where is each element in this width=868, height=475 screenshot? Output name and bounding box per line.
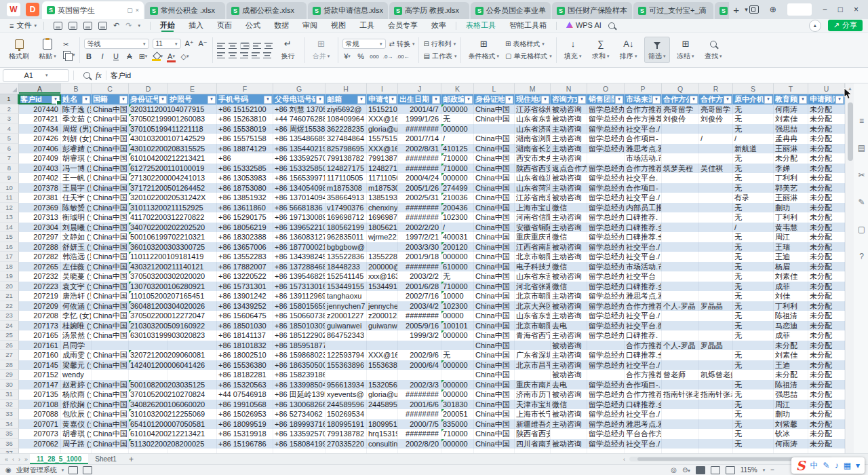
cell-L13[interactable]: China中国 (474, 212, 515, 223)
align-right-icon[interactable] (240, 52, 248, 58)
cell-D25[interactable]: 630103199903020823 (129, 330, 168, 341)
cell-T6[interactable]: 王丽淋 (774, 144, 808, 154)
cell-A22[interactable]: 207209 (19, 301, 61, 311)
prev-sheet-icon[interactable]: ‹ (10, 456, 16, 463)
row-header-36[interactable]: 36 (0, 439, 19, 449)
share-button[interactable]: ↗分享 (828, 20, 863, 31)
cell-R21[interactable] (699, 291, 733, 301)
cell-L16[interactable]: China中国 (474, 242, 515, 252)
cell-M25[interactable]: 青海省西宁 (515, 330, 551, 341)
cell-P11[interactable]: 社交平台./ (625, 193, 662, 203)
cell-N2[interactable]: 被动咨询 (551, 104, 587, 115)
cell-C18[interactable]: China中国 (92, 262, 129, 272)
cell-M9[interactable]: 山东省临沂 (515, 173, 551, 183)
cell-R25[interactable] (699, 330, 733, 341)
select-all-corner[interactable] (0, 83, 19, 94)
col-header-D[interactable]: D (129, 83, 168, 94)
cell-A30[interactable]: 207147 (19, 380, 61, 390)
cell-A11[interactable]: 207381 (19, 193, 61, 203)
align-middle-icon[interactable] (229, 43, 237, 49)
cell-I33[interactable] (367, 409, 398, 419)
cell-R30[interactable] (699, 380, 733, 390)
cell-H31[interactable]: xyevents@ (326, 390, 367, 400)
cell-P8[interactable]: 合作方推荐 (625, 164, 662, 174)
cell-D17[interactable]: 110112200109181419 (129, 252, 168, 262)
cell-L8[interactable]: China中国 (474, 164, 515, 174)
cell-Q16[interactable] (662, 242, 699, 252)
cell-L34[interactable]: China中国 (474, 419, 515, 430)
cell-G15[interactable]: +86 1360831276 (273, 232, 326, 242)
close-button[interactable]: × (854, 5, 859, 14)
cell-C7[interactable]: China中国 (92, 153, 129, 164)
page-layout-view-icon[interactable] (711, 466, 720, 474)
cell-F13[interactable]: +86 15290175 (217, 212, 273, 223)
cell-D20[interactable]: 130703200106280921 (129, 282, 168, 292)
cell-U33[interactable]: 未分配 (808, 409, 845, 419)
cell-B17[interactable]: 韩浩远 (男 (61, 252, 92, 262)
cell-K4[interactable]: 000000 (441, 124, 474, 134)
cell-S33[interactable]: 无 (733, 409, 774, 419)
cell-P36[interactable]: 社交平台./ (625, 439, 662, 449)
cell-I21[interactable] (367, 291, 398, 301)
row-header-22[interactable]: 22 (0, 301, 19, 311)
minimize-button[interactable]: − (823, 5, 827, 14)
cell-U10[interactable]: 未分配 (808, 183, 845, 193)
cell-F1[interactable]: 手机号码▼ (217, 94, 273, 104)
file-menu-button[interactable]: ≡ 文件 ▾ (5, 20, 41, 31)
cell-R35[interactable] (699, 429, 733, 439)
cell-R34[interactable] (699, 419, 733, 430)
cell-C15[interactable]: China中国 (92, 232, 129, 242)
cell-I5[interactable]: 155751588 (367, 134, 398, 144)
cell-C20[interactable]: China中国 (92, 282, 129, 292)
cell-I37[interactable] (367, 449, 398, 453)
cell-L36[interactable]: China中国 (474, 439, 515, 449)
cell-K9[interactable]: 000000 (441, 173, 474, 183)
cell-I34[interactable]: 180995191 (367, 419, 398, 430)
cell-C12[interactable]: China中国 (92, 203, 129, 213)
cell-K31[interactable]: 000000 (441, 390, 474, 400)
cell-A19[interactable]: 207232 (19, 271, 61, 282)
tab-list-chevron-icon[interactable]: ▾ (743, 6, 749, 13)
row-header-13[interactable]: 13 (0, 212, 19, 223)
cell-N10[interactable]: 主动咨询 (551, 183, 587, 193)
cell-S24[interactable]: 无 (733, 321, 774, 331)
cell-R4[interactable] (699, 124, 733, 134)
cell-I18[interactable]: 200000@qq (367, 262, 398, 272)
cell-B27[interactable]: 成雨雯 (女 (61, 350, 92, 360)
cell-D37[interactable] (129, 449, 168, 453)
align-bottom-icon[interactable] (240, 42, 250, 50)
cell-K2[interactable]: 000000 (441, 104, 474, 115)
cell-B35[interactable]: 胡睿琪 (女 (61, 429, 92, 439)
cell-G9[interactable]: +86 1565399710 (273, 173, 326, 183)
cell-U23[interactable]: 未分配 (808, 311, 845, 321)
cell-L12[interactable]: China中国 (474, 203, 515, 213)
col-header-U[interactable]: U (808, 83, 845, 94)
cell-A5[interactable]: 207426 (19, 134, 61, 144)
cell-M10[interactable]: 山东省菏泽 (515, 183, 551, 193)
cell-C6[interactable]: China中国 (92, 144, 129, 154)
cell-Q8[interactable]: 筑梦美程 (662, 164, 699, 174)
cell-D23[interactable]: 370502200012272047 (129, 311, 168, 321)
cell-N23[interactable]: 主动咨询 (551, 311, 587, 321)
cell-L19[interactable]: China中国 (474, 271, 515, 282)
search-icon[interactable] (608, 22, 615, 29)
cell-A8[interactable]: 207403 (19, 164, 61, 174)
cell-P13[interactable]: 口碑推荐. (625, 212, 662, 223)
cell-F32[interactable]: +86 19910568 (217, 400, 273, 410)
number-format-select[interactable]: 常规▾ (342, 39, 386, 49)
cell-F35[interactable]: +86 15319918 (217, 429, 273, 439)
cell-G21[interactable]: +86 1391129694 (273, 291, 326, 301)
menu-item-插入[interactable]: 插入 (182, 19, 210, 32)
row-header-14[interactable]: 14 (0, 223, 19, 233)
cell-F11[interactable]: +86 13851932 (217, 193, 273, 203)
menu-item-开始[interactable]: 开始 (153, 19, 182, 32)
cell-G30[interactable]: +86 1339985047 (273, 380, 326, 390)
cell-U18[interactable]: 未分配 (808, 262, 845, 272)
cell-B9[interactable]: 王一帆 (男 (61, 173, 92, 183)
cell-N6[interactable]: 主动咨询 (551, 144, 587, 154)
col-header-N[interactable]: N (551, 83, 587, 94)
toolbar-settings-icon[interactable]: ≡ (859, 116, 864, 126)
cell-B31[interactable]: 杨欣雨 (女 (61, 390, 92, 400)
cell-Q34[interactable] (662, 419, 699, 430)
file-tab-3[interactable]: S成都公积金.xlsx (226, 2, 307, 19)
